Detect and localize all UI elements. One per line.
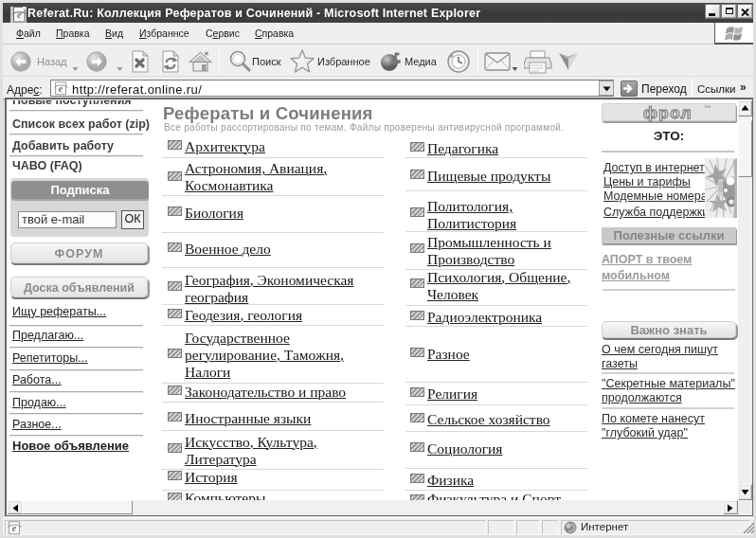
svg-text:e: e — [17, 9, 22, 20]
svg-text:™: ™ — [704, 104, 711, 113]
svg-text:фрол: фрол — [643, 104, 693, 122]
